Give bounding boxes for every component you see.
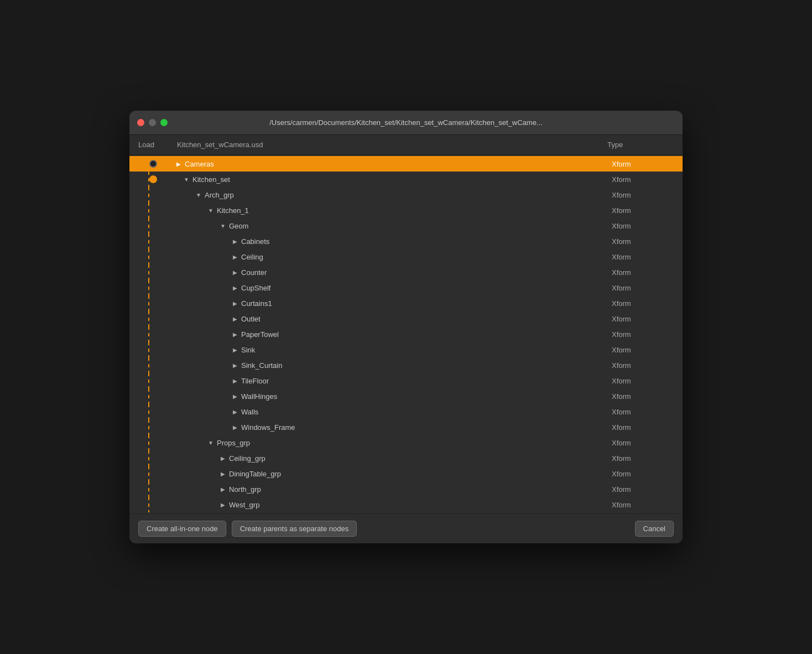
tree-row[interactable]: WallHingesXform xyxy=(129,388,683,404)
name-col: Cabinets xyxy=(173,237,612,246)
tree-row[interactable]: Curtains1Xform xyxy=(129,295,683,311)
tree-body[interactable]: CamerasXformKitchen_setXformArch_grpXfor… xyxy=(129,155,683,513)
collapse-arrow-icon[interactable] xyxy=(231,393,239,399)
tree-row[interactable]: TileFloorXform xyxy=(129,373,683,388)
load-col xyxy=(134,175,173,183)
type-value: Xform xyxy=(612,392,678,401)
type-value: Xform xyxy=(612,160,678,168)
tree-row[interactable]: CeilingXform xyxy=(129,249,683,264)
node-name: Sink xyxy=(241,346,255,354)
tree-header: Load Kitchen_set_wCamera.usd Type xyxy=(129,135,683,155)
type-value: Xform xyxy=(612,346,678,354)
name-col: Kitchen_1 xyxy=(173,206,612,215)
name-col: Geom xyxy=(173,222,612,230)
type-value: Xform xyxy=(612,330,678,339)
header-type: Type xyxy=(607,141,674,149)
collapse-arrow-icon[interactable] xyxy=(231,347,239,353)
type-value: Xform xyxy=(612,299,678,308)
node-name: Cabinets xyxy=(241,237,269,246)
type-value: Xform xyxy=(612,237,678,246)
header-name: Kitchen_set_wCamera.usd xyxy=(177,141,607,149)
collapse-arrow-icon[interactable] xyxy=(175,161,183,167)
node-name: Kitchen_set xyxy=(192,175,230,184)
tree-row[interactable]: PaperTowelXform xyxy=(129,326,683,342)
tree-row[interactable]: SinkXform xyxy=(129,342,683,357)
tree-row[interactable]: CupShelfXform xyxy=(129,280,683,295)
dashed-line xyxy=(148,280,149,295)
close-button[interactable] xyxy=(137,119,144,126)
collapse-arrow-icon[interactable] xyxy=(231,254,239,260)
maximize-button[interactable] xyxy=(160,119,168,126)
type-value: Xform xyxy=(612,439,678,447)
collapse-arrow-icon[interactable] xyxy=(219,486,227,492)
dashed-line xyxy=(148,497,149,512)
minimize-button[interactable] xyxy=(149,119,156,126)
tree-row[interactable]: West_grpXform xyxy=(129,497,683,512)
collapse-arrow-icon[interactable] xyxy=(231,378,239,384)
tree-row[interactable]: Props_grpXform xyxy=(129,435,683,450)
collapse-arrow-icon[interactable] xyxy=(219,455,227,461)
tree-row[interactable]: CounterXform xyxy=(129,264,683,280)
tree-row[interactable]: DiningTable_grpXform xyxy=(129,466,683,481)
tree-row[interactable]: OutletXform xyxy=(129,311,683,326)
tree-row[interactable]: Sink_CurtainXform xyxy=(129,357,683,373)
tree-row[interactable]: Ceiling_grpXform xyxy=(129,450,683,466)
dashed-line xyxy=(148,187,149,203)
node-name: Geom xyxy=(229,222,248,230)
name-col: Outlet xyxy=(173,315,612,323)
tree-row[interactable]: CamerasXform xyxy=(129,156,683,172)
type-value: Xform xyxy=(612,470,678,478)
collapse-arrow-icon[interactable] xyxy=(231,238,239,245)
tree-row[interactable]: North_grpXform xyxy=(129,481,683,497)
type-value: Xform xyxy=(612,377,678,385)
collapse-arrow-icon[interactable] xyxy=(219,502,227,508)
window-title: /Users/carmen/Documents/Kitchen_set/Kitc… xyxy=(269,118,543,127)
expand-arrow-icon[interactable] xyxy=(219,223,227,229)
collapse-arrow-icon[interactable] xyxy=(231,331,239,338)
type-value: Xform xyxy=(612,175,678,184)
node-name: North_grp xyxy=(229,485,261,494)
name-col: Arch_grp xyxy=(173,191,612,199)
content-area: Load Kitchen_set_wCamera.usd Type Camera… xyxy=(129,135,683,513)
expand-arrow-icon[interactable] xyxy=(195,192,202,198)
expand-arrow-icon[interactable] xyxy=(207,440,215,446)
dashed-line xyxy=(148,419,149,435)
tree-row[interactable]: Kitchen_1Xform xyxy=(129,203,683,218)
collapse-arrow-icon[interactable] xyxy=(231,316,239,322)
type-value: Xform xyxy=(612,222,678,230)
type-value: Xform xyxy=(612,501,678,509)
expand-arrow-icon[interactable] xyxy=(183,177,190,183)
expand-arrow-icon[interactable] xyxy=(207,207,215,214)
dashed-line xyxy=(148,311,149,326)
create-all-in-one-button[interactable]: Create all-in-one node xyxy=(138,521,226,537)
collapse-arrow-icon[interactable] xyxy=(231,285,239,291)
tree-row[interactable]: Arch_grpXform xyxy=(129,187,683,203)
tree-row[interactable]: CabinetsXform xyxy=(129,233,683,249)
load-dot-orange xyxy=(149,175,157,183)
name-col: Props_grp xyxy=(173,439,612,447)
dashed-line xyxy=(148,466,149,481)
collapse-arrow-icon[interactable] xyxy=(219,471,227,477)
collapse-arrow-icon[interactable] xyxy=(231,362,239,368)
tree-row[interactable]: Windows_FrameXform xyxy=(129,419,683,435)
type-value: Xform xyxy=(612,454,678,463)
collapse-arrow-icon[interactable] xyxy=(231,300,239,307)
name-col: Ceiling_grp xyxy=(173,454,612,463)
name-col: TileFloor xyxy=(173,377,612,385)
tree-row[interactable]: GeomXform xyxy=(129,218,683,233)
tree-row[interactable]: WallsXform xyxy=(129,404,683,419)
create-parents-separate-button[interactable]: Create parents as separate nodes xyxy=(232,521,357,537)
collapse-arrow-icon[interactable] xyxy=(231,409,239,415)
collapse-arrow-icon[interactable] xyxy=(231,424,239,430)
tree-row[interactable]: Kitchen_setXform xyxy=(129,172,683,187)
footer: Create all-in-one node Create parents as… xyxy=(129,513,683,543)
cancel-button[interactable]: Cancel xyxy=(635,521,674,537)
collapse-arrow-icon[interactable] xyxy=(231,269,239,276)
name-col: CupShelf xyxy=(173,284,612,292)
load-dot-black xyxy=(149,160,157,168)
type-value: Xform xyxy=(612,315,678,323)
node-name: CupShelf xyxy=(241,284,270,292)
type-value: Xform xyxy=(612,423,678,432)
load-col xyxy=(134,160,173,168)
name-col: DiningTable_grp xyxy=(173,470,612,478)
